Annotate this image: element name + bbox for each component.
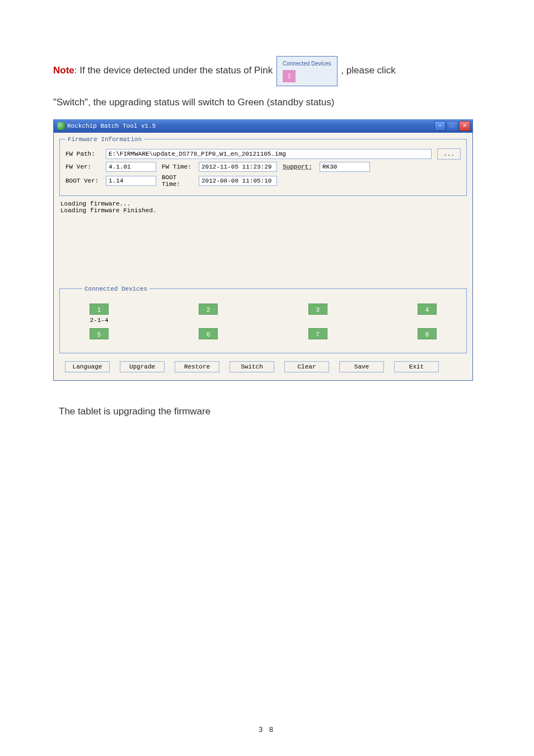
device-slot-7[interactable]: 7 <box>308 328 327 339</box>
boot-ver-label: BOOT Ver: <box>65 178 100 184</box>
boot-time-field[interactable] <box>199 176 277 186</box>
window-controls: – □ ✕ <box>434 121 470 131</box>
batchtool-window: Rockchip Batch Tool v1.5 – □ ✕ Firmware … <box>53 119 473 381</box>
restore-button[interactable]: Restore <box>175 361 219 372</box>
fw-ver-field[interactable] <box>106 162 156 172</box>
exit-button[interactable]: Exit <box>394 361 439 372</box>
switch-paragraph: "Switch", the upgrading status will swit… <box>53 94 481 111</box>
titlebar: Rockchip Batch Tool v1.5 – □ ✕ <box>54 119 472 133</box>
devices-legend: Connected Devices <box>82 286 149 292</box>
support-label: Support: <box>283 164 314 170</box>
switch-button[interactable]: Switch <box>229 361 274 372</box>
upgrade-button[interactable]: Upgrade <box>120 361 165 372</box>
firmware-info-group: Firmware Information FW Path: ... FW Ver… <box>59 136 467 196</box>
log-area: Loading firmware... Loading firmware Fin… <box>59 198 467 282</box>
firmware-legend: Firmware Information <box>65 136 144 143</box>
note-text: : If the device detected under the statu… <box>74 65 273 76</box>
maximize-button[interactable]: □ <box>447 121 458 131</box>
clear-button[interactable]: Clear <box>284 361 329 372</box>
bottom-button-row: Language Upgrade Restore Switch Clear Sa… <box>59 353 467 375</box>
device-slot-3[interactable]: 3 <box>308 304 327 315</box>
device-slot-2[interactable]: 2 <box>199 304 218 315</box>
device-slot-1-status: 2-1-4 <box>82 317 116 325</box>
badge-slot: 1 <box>283 70 296 82</box>
device-slot-4[interactable]: 4 <box>418 304 437 315</box>
fw-time-field[interactable] <box>199 162 277 172</box>
badge-title: Connected Devices <box>283 60 331 67</box>
upgrading-paragraph: The tablet is upgrading the firmware <box>53 403 481 421</box>
connected-devices-badge: Connected Devices 1 <box>277 56 338 86</box>
window-title: Rockchip Batch Tool v1.5 <box>67 123 156 129</box>
connected-devices-group: Connected Devices 1 2-1-4 2 3 4 <box>59 286 467 353</box>
fw-path-field[interactable] <box>106 149 432 159</box>
page-number: 3 8 <box>0 725 534 734</box>
fw-time-label: FW Time: <box>162 164 193 170</box>
device-slot-8[interactable]: 8 <box>418 328 437 339</box>
device-slot-5[interactable]: 5 <box>90 328 109 339</box>
device-slot-6[interactable]: 6 <box>199 328 218 339</box>
note-paragraph: Note: If the device detected under the s… <box>53 56 481 86</box>
close-button[interactable]: ✕ <box>459 121 470 131</box>
note-suffix: , please click <box>341 65 395 76</box>
boot-ver-field[interactable] <box>106 176 156 186</box>
app-icon <box>57 122 65 130</box>
minimize-button[interactable]: – <box>434 121 446 131</box>
note-label: Note <box>53 65 74 76</box>
save-button[interactable]: Save <box>339 361 384 372</box>
fw-path-label: FW Path: <box>65 151 100 157</box>
fw-ver-label: FW Ver: <box>65 164 100 170</box>
browse-button[interactable]: ... <box>437 148 461 160</box>
support-field[interactable] <box>320 162 370 172</box>
language-button[interactable]: Language <box>65 361 110 372</box>
device-slot-1[interactable]: 1 <box>90 304 109 315</box>
boot-time-label: BOOT Time: <box>162 174 193 188</box>
